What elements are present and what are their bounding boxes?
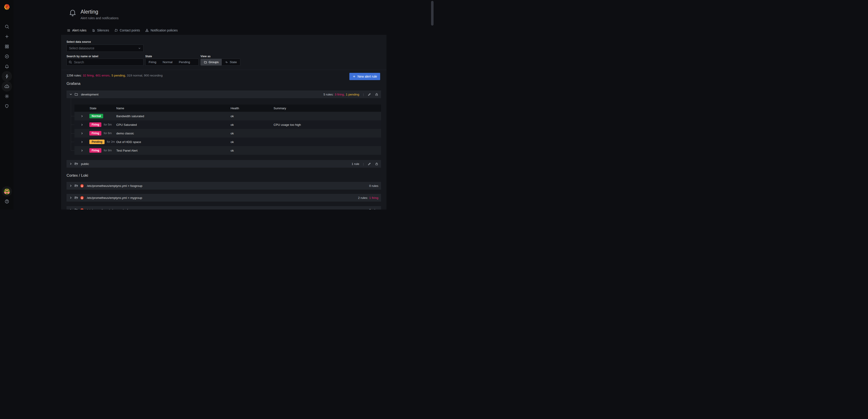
bell-slash-icon <box>92 29 95 32</box>
group-name: development <box>81 93 98 96</box>
group-rule-count: 0 rules <box>369 208 378 210</box>
table-row: Firingfor 8m Test Panel Alert ok <box>74 146 381 155</box>
new-alert-rule-button[interactable]: New alert rule <box>349 73 380 80</box>
state-option-firing[interactable]: Firing <box>146 59 159 65</box>
sidebar-help[interactable] <box>0 197 13 206</box>
comment-share-icon <box>115 29 118 32</box>
expand-row-icon[interactable] <box>81 140 84 143</box>
sidebar <box>0 0 13 210</box>
filters-divider <box>61 70 386 70</box>
group-name: /etc/prometheus/emptyns.yml > mygroup <box>87 196 142 199</box>
datasource-select[interactable]: Select datasource <box>66 44 144 52</box>
summary-total: 1256 rules: <box>66 74 82 77</box>
summary-errors: 601 errors, <box>96 74 111 77</box>
tab-contact-points[interactable]: Contact points <box>112 26 143 35</box>
state-badge: Firing <box>89 131 101 135</box>
new-alert-rule-label: New alert rule <box>358 75 377 78</box>
table-row: Normal Bandwidth saturated ok <box>74 112 381 120</box>
state-duration: for 8m <box>104 149 112 152</box>
state-option-pending[interactable]: Pending <box>176 59 193 65</box>
table-header: State Name Health Summary <box>74 104 381 112</box>
sitemap-icon <box>145 29 149 32</box>
alerting-bell-icon <box>68 9 77 17</box>
search-icon <box>4 24 9 29</box>
compass-icon <box>4 54 9 59</box>
shield-icon <box>4 104 9 108</box>
chevron-right-icon[interactable] <box>69 196 72 199</box>
chevron-right-icon[interactable] <box>69 184 72 187</box>
sidebar-user-avatar[interactable] <box>0 187 13 196</box>
header-name: Name <box>116 106 230 110</box>
rules-summary: 1256 rules: 32 firing, 601 errors, 5 pen… <box>66 74 163 77</box>
grafana-logo[interactable] <box>0 2 13 12</box>
group-rule-count: 2 rules: <box>358 196 368 199</box>
sidebar-search[interactable] <box>0 22 13 31</box>
plus-icon <box>352 75 356 78</box>
group-pending-count: 1 pending <box>346 93 359 96</box>
chevron-down-icon <box>138 47 141 50</box>
group-row-foogroup-2[interactable]: /etc/prometheus/rules.yaml > foogroup 0 … <box>66 206 381 210</box>
expand-row-icon[interactable] <box>81 132 84 135</box>
lock-icon[interactable] <box>375 93 378 96</box>
prometheus-icon <box>80 184 84 188</box>
group-rule-count: 0 rules <box>369 184 378 188</box>
page-header: Alerting Alert rules and notifications <box>68 9 119 20</box>
sidebar-explore[interactable] <box>0 52 13 61</box>
sidebar-lightning[interactable] <box>0 72 13 80</box>
viewas-option-state[interactable]: State <box>222 59 240 65</box>
state-option-normal[interactable]: Normal <box>159 59 176 65</box>
rule-name: Test Panel Alert <box>116 149 230 152</box>
summary-pending: 5 pending, <box>112 74 126 77</box>
sidebar-dashboards[interactable] <box>0 42 13 51</box>
expand-row-icon[interactable] <box>81 115 84 118</box>
lock-icon[interactable] <box>375 162 378 166</box>
scrollbar-thumb[interactable] <box>431 1 434 26</box>
group-row-development[interactable]: development 5 rules: 3 firing, 1 pending… <box>66 91 381 98</box>
expand-row-icon[interactable] <box>81 149 84 152</box>
chevron-down-icon[interactable] <box>69 93 72 96</box>
sidebar-configuration[interactable] <box>0 92 13 100</box>
expand-row-icon[interactable] <box>81 123 84 126</box>
prometheus-icon <box>80 196 84 200</box>
edit-icon[interactable] <box>368 93 371 96</box>
list-icon <box>67 29 70 32</box>
chevron-right-icon[interactable] <box>69 208 72 210</box>
rule-health: ok <box>230 140 274 144</box>
search-field <box>66 59 144 66</box>
search-input[interactable] <box>73 60 142 64</box>
group-row-public[interactable]: public 1 rule | <box>66 160 381 168</box>
sidebar-admin[interactable] <box>0 102 13 110</box>
search-icon <box>68 60 72 64</box>
page-subtitle: Alert rules and notifications <box>81 16 119 20</box>
group-name: /etc/prometheus/emptyns.yml > foogroup <box>87 184 142 188</box>
viewas-option-groups[interactable]: Groups <box>201 59 222 65</box>
chevron-right-icon[interactable] <box>69 162 72 165</box>
viewas-groups-label: Groups <box>209 60 219 64</box>
tab-silences[interactable]: Silences <box>89 26 112 35</box>
sidebar-alerting[interactable] <box>0 62 13 71</box>
tab-notification-policies[interactable]: Notification policies <box>143 26 180 35</box>
pulse-icon <box>225 61 228 64</box>
prometheus-icon <box>80 208 84 210</box>
folder-open-icon <box>74 196 78 199</box>
state-badge: Normal <box>89 114 103 118</box>
gear-icon <box>4 94 9 99</box>
table-row: Pendingfor 2m Out of HDD space ok <box>74 137 381 146</box>
datasource-placeholder: Select datasource <box>69 46 138 50</box>
group-row-foogroup[interactable]: /etc/prometheus/emptyns.yml > foogroup 0… <box>66 182 381 190</box>
header-state: State <box>89 106 116 110</box>
state-duration: for 2m <box>107 140 115 143</box>
sidebar-create[interactable] <box>0 32 13 41</box>
rule-health: ok <box>230 132 274 135</box>
edit-icon[interactable] <box>368 162 371 166</box>
tree-guide <box>71 98 71 151</box>
separator: | <box>363 93 364 96</box>
rule-name: Bandwidth saturated <box>116 115 230 118</box>
separator: | <box>363 162 364 166</box>
header-summary: Summary <box>274 106 381 110</box>
header-health: Health <box>230 106 274 110</box>
tab-alert-rules[interactable]: Alert rules <box>64 26 89 35</box>
dashboards-icon <box>4 44 9 49</box>
group-row-mygroup[interactable]: /etc/prometheus/emptyns.yml > mygroup 2 … <box>66 194 381 201</box>
sidebar-cloud-alert[interactable] <box>0 82 13 91</box>
